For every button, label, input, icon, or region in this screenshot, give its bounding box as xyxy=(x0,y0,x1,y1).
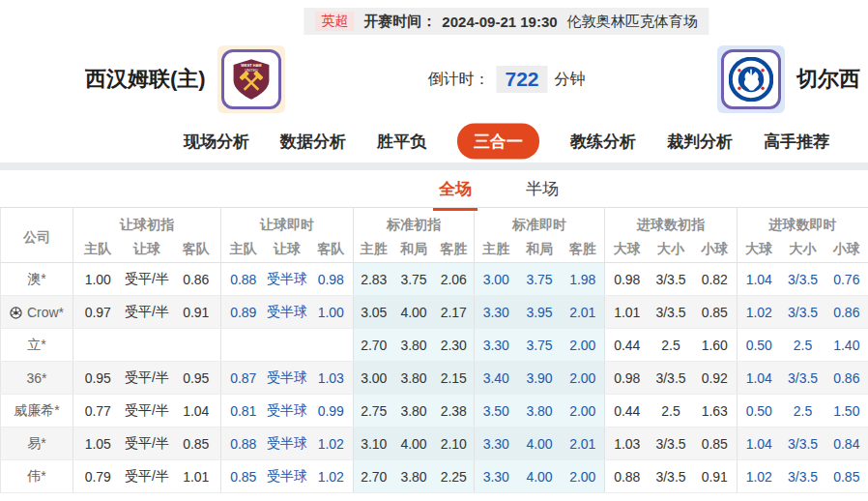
odds-cell: 3.75 xyxy=(518,329,562,362)
sub-tab-1[interactable]: 半场 xyxy=(520,174,564,211)
nav-tab-3[interactable]: 三合一 xyxy=(457,124,539,160)
table-row: 立*2.703.802.303.303.752.000.442.51.600.5… xyxy=(1,329,868,362)
kickoff-label: 开赛时间： xyxy=(363,13,436,31)
odds-cell: 0.87 xyxy=(221,362,266,395)
odds-cell: 2.17 xyxy=(434,296,475,329)
odds-cell: 0.79 xyxy=(73,460,123,493)
table-row: 伟*0.79受平/半1.010.85受半球1.022.703.802.253.3… xyxy=(1,460,868,493)
odds-cell: 3.80 xyxy=(394,460,434,493)
odds-cell: 受半球 xyxy=(266,395,309,427)
odds-cell: 受半球 xyxy=(266,362,309,395)
group-header-3: 标准即时 xyxy=(475,208,605,237)
home-team-name: 西汉姆联(主) xyxy=(85,65,206,94)
chelsea-crest-icon xyxy=(721,49,781,109)
away-team-logo xyxy=(717,45,785,113)
sub-header-0-1: 让球 xyxy=(123,237,172,263)
odds-cell: 3/3.5 xyxy=(650,460,693,493)
odds-cell: 2.00 xyxy=(562,460,605,493)
company-cell: 易* xyxy=(1,427,73,460)
nav-tabs: 现场分析数据分析胜平负三合一教练分析裁判分析高手推荐 xyxy=(184,124,829,160)
match-odds-page: 英超 开赛时间： 2024-09-21 19:30 伦敦奥林匹克体育场 西汉姆联… xyxy=(0,0,868,501)
odds-cell: 0.85 xyxy=(825,460,868,493)
odds-cell: 受平/半 xyxy=(123,395,172,427)
odds-cell: 3/3.5 xyxy=(650,263,693,296)
sub-tabs-row: 全场半场 xyxy=(0,170,868,207)
sub-header-3-0: 主胜 xyxy=(475,237,518,263)
sub-header-1-1: 让球 xyxy=(266,237,309,263)
venue-name: 伦敦奥林匹克体育场 xyxy=(567,13,698,31)
nav-tab-0[interactable]: 现场分析 xyxy=(184,131,249,153)
odds-cell: 3.90 xyxy=(518,362,562,395)
odds-cell: 受半球 xyxy=(266,427,309,460)
match-info-bar: 英超 开赛时间： 2024-09-21 19:30 伦敦奥林匹克体育场 xyxy=(304,8,709,35)
odds-cell xyxy=(221,329,266,362)
nav-tab-4[interactable]: 教练分析 xyxy=(570,131,636,153)
odds-cell xyxy=(309,329,354,362)
sub-header-4-2: 小球 xyxy=(693,237,738,263)
odds-cell: 0.85 xyxy=(172,427,221,460)
odds-cell: 2.5 xyxy=(650,395,693,427)
odds-cell: 0.89 xyxy=(221,296,266,329)
company-name: 威廉希* xyxy=(14,402,59,418)
sub-tab-0[interactable]: 全场 xyxy=(433,174,477,211)
odds-cell: 3/3.5 xyxy=(650,362,693,395)
sub-header-2-0: 主胜 xyxy=(354,237,394,263)
nav-tab-2[interactable]: 胜平负 xyxy=(377,131,426,153)
nav-tab-6[interactable]: 高手推荐 xyxy=(764,131,829,153)
away-team: 切尔西 xyxy=(717,45,860,113)
odds-cell: 1.01 xyxy=(605,296,650,329)
sub-header-1-0: 主队 xyxy=(221,237,266,263)
odds-cell: 3/3.5 xyxy=(650,427,693,460)
odds-table: 公司让球初指让球即时标准初指标准即时进球数初指进球数即时主队让球客队主队让球客队… xyxy=(0,207,868,493)
league-badge: 英超 xyxy=(315,12,354,31)
odds-cell: 3/3.5 xyxy=(781,460,825,493)
odds-cell: 0.88 xyxy=(221,427,266,460)
odds-cell: 0.85 xyxy=(693,427,738,460)
sub-header-5-0: 大球 xyxy=(738,237,781,263)
odds-cell: 3.00 xyxy=(475,263,518,296)
odds-cell: 0.99 xyxy=(309,395,354,427)
odds-cell: 1.04 xyxy=(172,395,221,427)
countdown-value: 722 xyxy=(496,66,547,93)
team-header: 西汉姆联(主) WEST HAM UNITED xyxy=(0,39,868,120)
odds-cell: 3.80 xyxy=(394,395,434,427)
odds-cell: 1.05 xyxy=(73,427,123,460)
odds-cell: 3.75 xyxy=(394,263,434,296)
odds-cell: 3.40 xyxy=(475,362,518,395)
odds-cell: 1.04 xyxy=(738,362,781,395)
countdown-label: 倒计时： xyxy=(427,70,489,90)
odds-cell xyxy=(123,329,172,362)
nav-tab-5[interactable]: 裁判分析 xyxy=(667,131,733,153)
odds-cell: 3.50 xyxy=(475,395,518,427)
odds-cell: 2.25 xyxy=(434,460,475,493)
group-header-1: 让球即时 xyxy=(221,208,354,237)
odds-cell: 2.10 xyxy=(434,427,475,460)
sub-header-2-1: 和局 xyxy=(394,237,434,263)
nav-tabs-row: 现场分析数据分析胜平负三合一教练分析裁判分析高手推荐 xyxy=(0,120,868,162)
column-header-company: 公司 xyxy=(1,208,73,263)
odds-cell: 2.70 xyxy=(354,460,394,493)
odds-cell: 0.88 xyxy=(221,263,266,296)
odds-cell: 1.98 xyxy=(562,263,605,296)
odds-cell: 受半球 xyxy=(266,296,309,329)
odds-cell: 2.5 xyxy=(781,395,825,427)
odds-cell: 1.40 xyxy=(825,329,868,362)
odds-cell: 0.85 xyxy=(221,460,266,493)
group-header-5: 进球数即时 xyxy=(738,208,868,237)
table-row: 36*0.95受平/半0.950.87受半球1.033.003.802.153.… xyxy=(1,362,868,395)
company-cell: 伟* xyxy=(1,460,73,493)
odds-cell: 3/3.5 xyxy=(781,296,825,329)
odds-cell: 1.02 xyxy=(738,460,781,493)
separator-band xyxy=(0,162,868,170)
odds-cell: 3.30 xyxy=(475,460,518,493)
odds-cell: 0.98 xyxy=(605,362,650,395)
odds-cell: 0.91 xyxy=(172,296,221,329)
odds-cell: 1.60 xyxy=(693,329,738,362)
nav-tab-1[interactable]: 数据分析 xyxy=(280,131,346,153)
odds-cell: 0.50 xyxy=(738,329,781,362)
odds-cell: 0.44 xyxy=(605,329,650,362)
odds-cell: 0.95 xyxy=(73,362,123,395)
odds-cell: 0.44 xyxy=(605,395,650,427)
odds-cell: 1.01 xyxy=(172,460,221,493)
odds-cell: 3.30 xyxy=(475,329,518,362)
